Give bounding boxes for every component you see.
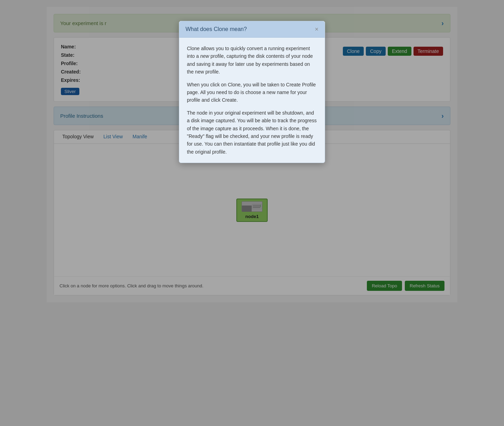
modal-dialog: What does Clone mean? × Clone allows you… — [179, 21, 325, 163]
modal-close-button[interactable]: × — [315, 26, 318, 32]
modal-paragraph-2: When you click on Clone, you will be tak… — [187, 81, 317, 104]
modal-overlay[interactable]: What does Clone mean? × Clone allows you… — [0, 0, 504, 426]
modal-paragraph-1: Clone allows you to quickly convert a ru… — [187, 45, 317, 76]
modal-paragraph-3: The node in your original experiment wil… — [187, 109, 317, 156]
modal-body: Clone allows you to quickly convert a ru… — [179, 38, 325, 163]
modal-title: What does Clone mean? — [186, 26, 247, 32]
modal-header: What does Clone mean? × — [179, 21, 325, 38]
